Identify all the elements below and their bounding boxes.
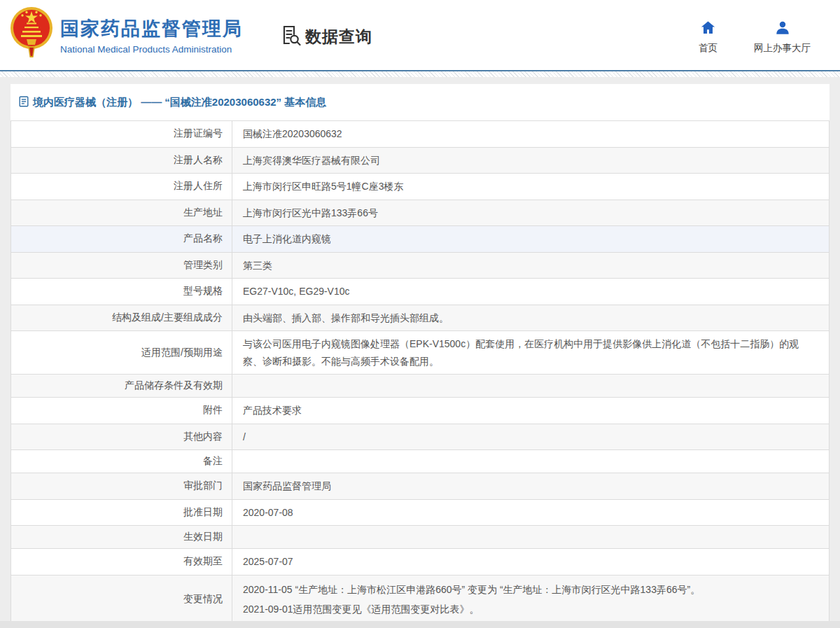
row-label: 有效期至: [11, 549, 232, 575]
data-query-link[interactable]: 数据查询: [279, 24, 372, 49]
row-value: [232, 375, 829, 397]
row-label: 批准日期: [11, 500, 232, 526]
site-header: 国家药品监督管理局 National Medical Products Admi…: [0, 0, 840, 70]
row-value: 第三类: [232, 253, 829, 279]
row-label: 型号规格: [11, 279, 232, 305]
row-label: 生产地址: [11, 200, 232, 226]
table-row: 产品名称 电子上消化道内窥镜: [11, 226, 829, 253]
row-value: 2020-07-08: [232, 500, 829, 526]
row-label: 管理类别: [11, 253, 232, 279]
row-value: EG27-V10c, EG29-V10c: [232, 279, 829, 305]
row-value: 与该公司医用电子内窥镜图像处理器（EPK-V1500c）配套使用，在医疗机构中用…: [232, 331, 829, 374]
china-national-emblem-icon: [10, 3, 53, 67]
document-icon: [19, 96, 29, 109]
table-row: 生产地址 上海市闵行区光中路133弄66号: [11, 200, 829, 227]
detail-card: 境内医疗器械（注册） —— “国械注准20203060632” 基本信息 注册证…: [10, 84, 830, 628]
row-label: 附件: [11, 398, 232, 424]
document-search-icon: [279, 24, 302, 49]
row-value: 2025-07-07: [232, 549, 829, 575]
row-label: 变更情况: [11, 575, 232, 623]
agency-logo-link[interactable]: 国家药品监督管理局 National Medical Products Admi…: [10, 3, 243, 67]
table-row: 变更情况 2020-11-05 “生产地址：上海市松江区申港路660号” 变更为…: [11, 575, 829, 624]
table-row: 注册人住所 上海市闵行区申旺路5号1幢C座3楼东: [11, 174, 829, 200]
registration-detail-table: 注册证编号 国械注准20203060632 注册人名称 上海宾得澳华医疗器械有限…: [10, 120, 830, 628]
row-value: [232, 450, 829, 473]
table-row: 其他内容 /: [11, 424, 829, 451]
page-title-text: 境内医疗器械（注册） —— “国械注准20203060632” 基本信息: [33, 96, 326, 109]
agency-title-block: 国家药品监督管理局 National Medical Products Admi…: [60, 16, 243, 55]
main-content: 境内医疗器械（注册） —— “国械注准20203060632” 基本信息 注册证…: [0, 77, 840, 628]
table-row: 注册人名称 上海宾得澳华医疗器械有限公司: [11, 148, 829, 174]
table-row: 批准日期 2020-07-08: [11, 500, 829, 526]
row-label: 生效日期: [11, 526, 232, 548]
footer-strip: [0, 621, 840, 628]
agency-name-zh: 国家药品监督管理局: [60, 16, 243, 41]
row-label: 其他内容: [11, 424, 232, 450]
table-row: 附件 产品技术要求: [11, 398, 829, 424]
nav-home-label: 首页: [699, 42, 718, 55]
table-row: 备注: [11, 450, 829, 473]
row-value: 国家药品监督管理局: [232, 473, 829, 499]
table-row: 生效日期: [11, 526, 829, 549]
row-value: 电子上消化道内窥镜: [232, 226, 829, 252]
header-hatch-strip: [0, 71, 840, 77]
row-label: 产品储存条件及有效期: [11, 375, 232, 397]
table-row: 产品储存条件及有效期: [11, 375, 829, 398]
row-label: 结构及组成/主要组成成分: [11, 305, 232, 331]
table-row: 型号规格 EG27-V10c, EG29-V10c: [11, 279, 829, 305]
nav-item-service-hall[interactable]: 网上办事大厅: [754, 20, 811, 55]
home-icon: [700, 20, 716, 37]
row-label: 审批部门: [11, 473, 232, 499]
row-label: 注册证编号: [11, 121, 232, 147]
row-label: 注册人住所: [11, 174, 232, 200]
row-value: /: [232, 424, 829, 450]
row-label: 适用范围/预期用途: [11, 331, 232, 374]
table-row: 管理类别 第三类: [11, 253, 829, 279]
nav-item-home[interactable]: 首页: [699, 20, 718, 55]
row-value: 上海市闵行区光中路133弄66号: [232, 200, 829, 226]
row-value: 产品技术要求: [232, 398, 829, 424]
header-nav: 首页 网上办事大厅: [699, 20, 811, 55]
row-label: 注册人名称: [11, 148, 232, 174]
change-record-line: 2020-11-05 “生产地址：上海市松江区申港路660号” 变更为 “生产地…: [243, 580, 700, 599]
user-icon: [775, 20, 790, 37]
table-row: 结构及组成/主要组成成分 由头端部、插入部、操作部和导光插头部组成。: [11, 305, 829, 332]
page-title: 境内医疗器械（注册） —— “国械注准20203060632” 基本信息: [10, 84, 830, 120]
portal-title: 数据查询: [305, 26, 372, 48]
row-label: 备注: [11, 450, 232, 473]
table-row: 有效期至 2025-07-07: [11, 549, 829, 575]
row-value: [232, 526, 829, 548]
row-value: 由头端部、插入部、操作部和导光插头部组成。: [232, 305, 829, 331]
row-value: 国械注准20203060632: [232, 121, 829, 147]
change-record-line: 2021-09-01适用范围变更见《适用范围变更对比表》。: [243, 599, 700, 619]
row-label: 产品名称: [11, 226, 232, 252]
table-row: 注册证编号 国械注准20203060632: [11, 121, 829, 148]
table-row: 适用范围/预期用途 与该公司医用电子内窥镜图像处理器（EPK-V1500c）配套…: [11, 331, 829, 375]
row-value: 2020-11-05 “生产地址：上海市松江区申港路660号” 变更为 “生产地…: [232, 575, 829, 623]
row-value: 上海市闵行区申旺路5号1幢C座3楼东: [232, 174, 829, 200]
table-row: 审批部门 国家药品监督管理局: [11, 473, 829, 500]
nav-service-hall-label: 网上办事大厅: [754, 42, 811, 55]
agency-name-en: National Medical Products Administration: [60, 44, 243, 55]
row-value: 上海宾得澳华医疗器械有限公司: [232, 148, 829, 174]
